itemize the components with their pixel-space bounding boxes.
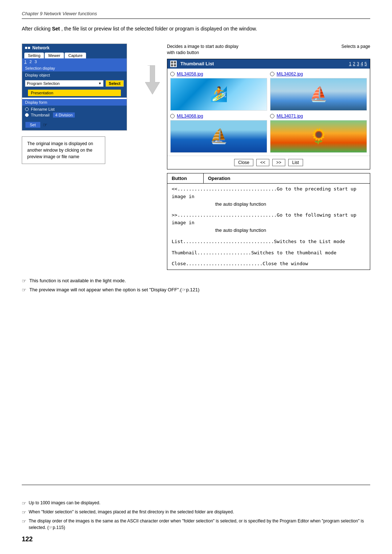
note-text-1: This function is not available in the li… xyxy=(29,277,126,284)
radio-filename-list-btn[interactable] xyxy=(25,107,29,111)
set-button[interactable]: Set xyxy=(25,122,41,128)
intro-before: After clicking xyxy=(22,26,50,32)
radio-filename-list-row: Filename List xyxy=(25,107,124,111)
op-btn-list: List................................Swit… xyxy=(172,239,345,244)
cursor-icon: ☞ xyxy=(43,122,48,128)
thumbnail-item-4: MIL34071.jpg xyxy=(270,114,367,153)
next-button[interactable]: >> xyxy=(272,159,285,166)
footnotes-section: ☞ Up to 1000 images can be displayed. ☞ … xyxy=(22,485,370,532)
page-num-2[interactable]: 2 xyxy=(353,61,355,66)
callout-bottom-left-text: The original image is displayed on anoth… xyxy=(27,141,93,159)
thumbnail-header: Thumbnail List 1 2 3 4 5 xyxy=(167,59,370,69)
page-num-1[interactable]: 1 xyxy=(349,61,352,66)
chapter-title: Chapter 9 Network Viewer functions xyxy=(22,11,370,19)
tab-mewer-label: Mewer xyxy=(48,53,60,58)
radio-rows: Filename List Thumbnail 4 Division xyxy=(22,106,127,120)
table-row-close: Close...........................Close th… xyxy=(167,258,370,270)
note-text-2: The preview image will not appear when t… xyxy=(29,286,200,294)
select-button[interactable]: Select xyxy=(106,80,124,87)
page-num-3[interactable]: 3 xyxy=(357,61,359,66)
thumb-radio-1[interactable] xyxy=(170,72,175,76)
network-title-label: Network xyxy=(32,45,49,50)
tab-mewer[interactable]: Mewer xyxy=(45,53,64,58)
thumb-image-4[interactable] xyxy=(270,120,367,153)
intro-bold: Set xyxy=(52,26,60,32)
footnote-item-2: ☞ When "folder selection" is selected, i… xyxy=(22,509,370,516)
thumb-img-boats xyxy=(171,120,267,152)
tab-capture-label: Capture xyxy=(68,53,82,58)
thumb-filename-3[interactable]: MIL34068.jpg xyxy=(177,114,203,119)
title-bar-dots xyxy=(25,47,30,49)
tab-setting[interactable]: Setting xyxy=(24,53,44,58)
notes-section: ☞ This function is not available in the … xyxy=(22,277,370,294)
note-item-2: ☞ The preview image will not appear when… xyxy=(22,286,370,294)
prev-button[interactable]: << xyxy=(256,159,269,166)
program-selection-row: Program Selection ▼ Select xyxy=(22,79,127,88)
radio-thumbnail-btn[interactable] xyxy=(25,113,29,117)
thumb-img-watersports xyxy=(171,78,267,110)
network-title-bar: Network xyxy=(22,44,127,52)
footnote-item-1: ☞ Up to 1000 images can be displayed. xyxy=(22,500,370,507)
table-row-list: List................................Swit… xyxy=(167,236,370,247)
footnote-text-2: When "folder selection" is selected, ima… xyxy=(29,509,234,515)
footnote-text-1: Up to 1000 images can be displayed. xyxy=(29,500,100,506)
thumbnail-icon xyxy=(170,61,177,67)
selection-display-label: Selection display xyxy=(22,65,127,71)
note-item-1: ☞ This function is not available in the … xyxy=(22,277,370,285)
intro-after: , the file list or preview list of the s… xyxy=(61,26,257,32)
svg-rect-2 xyxy=(171,64,173,66)
op-row-close: Close...........................Close th… xyxy=(172,260,366,268)
thumb-filename-2[interactable]: MIL34062.jpg xyxy=(277,71,303,77)
left-column: Network Setting Mewer Capture 1 xyxy=(22,44,138,164)
dot2 xyxy=(28,47,30,49)
tab-numbers: 1 2 3 xyxy=(22,58,127,65)
op-btn-prev: <<...................................Go … xyxy=(172,186,356,199)
op-row-cell-thumbnail: Thumbnail...................Switches to … xyxy=(167,247,370,259)
op-row-thumbnail: Thumbnail...................Switches to … xyxy=(172,249,366,257)
intro-paragraph: After clicking Set , the file list or pr… xyxy=(22,25,370,33)
thumb-image-3[interactable] xyxy=(170,120,267,153)
select-dropdown-arrow: ▼ xyxy=(98,82,102,85)
tab-num-1[interactable]: 1 xyxy=(24,59,26,64)
tab-num-2[interactable]: 2 xyxy=(29,59,32,64)
op-row-list: List................................Swit… xyxy=(172,238,366,246)
close-button[interactable]: Close xyxy=(234,159,253,166)
thumbnail-item-3: MIL34068.jpg xyxy=(170,114,267,153)
radio-thumbnail-row: Thumbnail 4 Division xyxy=(25,112,124,118)
svg-rect-0 xyxy=(171,61,173,63)
annotation-top-row: Decides a image to start auto display wi… xyxy=(167,44,370,56)
callout-bottom-left: The original image is displayed on anoth… xyxy=(22,136,105,164)
table-row-next: >>...................................Go … xyxy=(167,210,370,236)
op-row-cell-close: Close...........................Close th… xyxy=(167,258,370,270)
tab-capture[interactable]: Capture xyxy=(65,53,86,58)
thumb-image-2[interactable] xyxy=(270,78,367,111)
thumb-radio-2[interactable] xyxy=(270,72,274,76)
radio-thumbnail-label: Thumbnail xyxy=(31,113,49,117)
tab-num-3[interactable]: 3 xyxy=(34,59,37,64)
thumb-filename-4[interactable]: MIL34071.jpg xyxy=(277,114,303,119)
operations-table: Button Operation <<.....................… xyxy=(167,173,370,270)
thumb-filename-row-1: MIL34058.jpg xyxy=(170,71,267,77)
thumb-radio-3[interactable] xyxy=(170,114,175,118)
op-row-next: >>...................................Go … xyxy=(172,212,366,234)
op-row-cell-next: >>...................................Go … xyxy=(167,210,370,236)
footnote-item-3: ☞ The display order of the images is the… xyxy=(22,518,370,531)
op-row-cell-list: List................................Swit… xyxy=(167,236,370,247)
page-num-4[interactable]: 4 xyxy=(361,61,363,66)
thumb-image-1[interactable] xyxy=(170,78,267,111)
col1-header-text: Button xyxy=(172,176,187,181)
thumb-radio-4[interactable] xyxy=(270,114,274,118)
col-button-header: Button xyxy=(167,173,204,183)
op-desc-prev: the auto display function xyxy=(172,201,266,207)
thumbnail-window: Thumbnail List 1 2 3 4 5 xyxy=(167,59,370,169)
thumb-img-sailing xyxy=(270,78,367,110)
list-button[interactable]: List xyxy=(288,159,303,166)
thumb-filename-1[interactable]: MIL34058.jpg xyxy=(177,71,203,77)
page-number: 122 xyxy=(22,535,33,543)
program-select-box[interactable]: Program Selection ▼ xyxy=(25,80,103,87)
right-column: Decides a image to start auto display wi… xyxy=(167,44,370,270)
radio-filename-label: Filename List xyxy=(31,107,54,111)
op-desc-next: the auto display function xyxy=(172,227,266,233)
page-num-5[interactable]: 5 xyxy=(364,61,367,66)
set-button-row: Set ☞ xyxy=(22,120,127,130)
